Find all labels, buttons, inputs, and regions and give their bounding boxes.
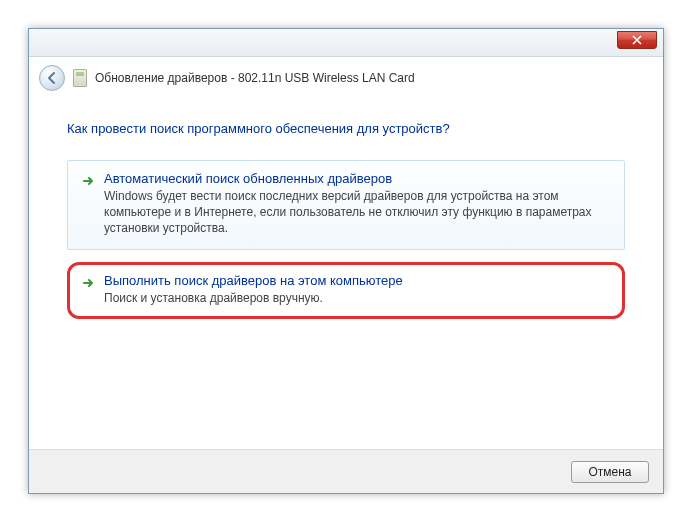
window-title: Обновление драйверов - 802.11n USB Wirel… [95,71,415,85]
option-title: Выполнить поиск драйверов на этом компью… [104,273,612,288]
option-title: Автоматический поиск обновленных драйвер… [104,171,612,186]
option-manual-search[interactable]: Выполнить поиск драйверов на этом компью… [67,262,625,319]
close-icon [632,35,642,45]
arrow-right-icon [80,275,96,291]
driver-update-wizard: Обновление драйверов - 802.11n USB Wirel… [28,28,664,494]
page-heading: Как провести поиск программного обеспече… [67,121,625,136]
cancel-button[interactable]: Отмена [571,461,649,483]
titlebar [29,29,663,57]
back-arrow-icon [45,71,59,85]
option-body: Выполнить поиск драйверов на этом компью… [104,273,612,306]
device-icon [73,69,87,87]
option-description: Поиск и установка драйверов вручную. [104,290,612,306]
footer: Отмена [29,449,663,493]
content-area: Как провести поиск программного обеспече… [29,101,663,319]
header-row: Обновление драйверов - 802.11n USB Wirel… [29,57,663,101]
option-auto-search[interactable]: Автоматический поиск обновленных драйвер… [67,160,625,250]
close-button[interactable] [617,31,657,49]
option-body: Автоматический поиск обновленных драйвер… [104,171,612,237]
back-button[interactable] [39,65,65,91]
arrow-right-icon [80,173,96,189]
option-description: Windows будет вести поиск последних верс… [104,188,612,237]
